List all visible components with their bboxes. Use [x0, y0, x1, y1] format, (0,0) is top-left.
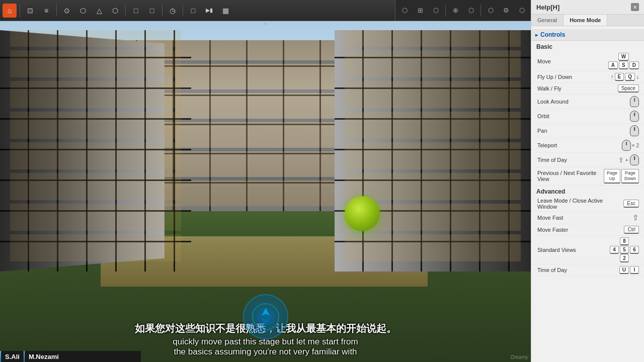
key-ctrl: Ctrl — [624, 226, 639, 234]
right-icon-3[interactable]: ⬡ — [429, 4, 443, 18]
right-icon-5[interactable]: ⬡ — [464, 4, 478, 18]
right-icon-4[interactable]: ⊕ — [448, 4, 462, 18]
left-wall-windows — [10, 30, 181, 261]
key-group-shift: ⇧ — [632, 213, 639, 222]
tab-home-mode[interactable]: Home Mode — [564, 15, 607, 26]
control-label-orbit: Orbit — [537, 113, 630, 119]
help-body: Controls Basic Move W A S D Fly Up / Dow… — [531, 26, 644, 279]
control-row-timeofday-ui: Time of Day U I — [531, 264, 644, 276]
toolbar-sep-3 — [125, 5, 126, 17]
control-label-pan: Pan — [537, 128, 630, 134]
key-u: U — [619, 266, 629, 274]
right-icon-2[interactable]: ⊞ — [413, 4, 427, 18]
control-label-timeofday: Time of Day — [537, 157, 618, 163]
key-group-timeofday: ⇧ + — [618, 154, 639, 165]
key-space: Space — [618, 84, 639, 93]
tool-icon-5[interactable]: △ — [92, 4, 106, 18]
right-sep-1 — [445, 5, 446, 17]
key-w: W — [618, 53, 629, 61]
tool-icon-3[interactable]: ⊙ — [60, 4, 74, 18]
mouse-mid-icon — [630, 111, 639, 122]
key-6: 6 — [630, 246, 639, 254]
toolbar-sep-4 — [162, 5, 163, 17]
key-group-fly: ↑ E Q ↓ — [611, 73, 639, 81]
control-label-fly: Fly Up / Down — [537, 74, 611, 80]
control-row-favview: Previous / Next Favorite View PageUp Pag… — [531, 167, 644, 186]
mouse-scroll-icon — [630, 154, 639, 165]
collapse-chevron[interactable]: ⌃ — [262, 21, 269, 31]
right-icon-1[interactable]: ⬡ — [397, 4, 412, 18]
tool-icon-9[interactable]: ◷ — [166, 4, 180, 18]
mouse-right-icon — [630, 125, 639, 136]
control-label-walkfly: Walk / Fly — [537, 85, 618, 92]
help-tabs: General Home Mode — [531, 15, 644, 26]
tool-icon-6[interactable]: ⬡ — [108, 4, 122, 18]
key-group-orbit — [630, 111, 639, 122]
control-label-look: Look Around — [537, 99, 630, 105]
control-label-stdviews: Standard Views — [537, 247, 610, 253]
key-group-ctrl: Ctrl — [624, 226, 639, 234]
tab-general[interactable]: General — [531, 15, 564, 26]
right-icon-7[interactable]: ⚙ — [499, 4, 513, 18]
tool-icon-12[interactable]: ▦ — [218, 4, 232, 18]
help-close-button[interactable]: ✕ — [631, 3, 639, 11]
key-group-pan — [630, 125, 639, 136]
brand-strip: S.Ali M.Nezami — [0, 351, 141, 362]
right-sep-2 — [480, 5, 481, 17]
key-group-teleport: × 2 — [622, 140, 639, 151]
home-button[interactable]: ⌂ — [3, 4, 17, 18]
toolbar-sep-2 — [56, 5, 57, 17]
page-down-key: PageDown — [621, 169, 639, 184]
brand-name-2: M.Nezami — [25, 353, 63, 360]
toolbar-sep-5 — [183, 5, 183, 17]
arrow-up-icon: ↑ — [611, 73, 614, 80]
tool-icon-7[interactable]: □ — [129, 4, 143, 18]
key-esc: Esc — [623, 200, 639, 208]
control-row-pan: Pan — [531, 124, 644, 138]
right-icon-8[interactable]: ⬡ — [515, 4, 529, 18]
3d-viewport[interactable]: ⌂ ⊡ ≡ ⊙ ⬡ △ ⬡ □ □ ◷ □ ▶▮ ▦ ⌃ 如果您对这些知识不是很… — [0, 0, 531, 362]
right-icon-6[interactable]: ⬡ — [484, 4, 498, 18]
control-label-teleport: Teleport — [537, 142, 622, 148]
brand-name-1: S.Ali — [1, 353, 24, 360]
toolbar-sep-1 — [20, 5, 20, 17]
advanced-subsection-label: Advanced — [531, 186, 644, 196]
control-label-favview: Previous / Next Favorite View — [537, 170, 604, 182]
plus-separator: + — [625, 157, 629, 163]
control-row-fly: Fly Up / Down ↑ E Q ↓ — [531, 71, 644, 83]
key-group-look — [630, 96, 639, 107]
key-group-ui: U I — [619, 266, 639, 274]
control-row-move: Move W A S D — [531, 51, 644, 71]
control-row-timeofday: Time of Day ⇧ + — [531, 153, 644, 167]
dreamy-label: Dreamy — [511, 354, 528, 360]
shift-key-icon: ⇧ — [632, 213, 639, 222]
control-row-stdviews: Standard Views 8 4 5 6 2 — [531, 236, 644, 264]
top-right-toolbar: ⬡ ⊞ ⬡ ⊕ ⬡ ⬡ ⚙ ⬡ — [395, 0, 531, 21]
key-a: A — [608, 61, 618, 69]
key-group-stdviews: 8 4 5 6 2 — [610, 237, 639, 262]
tool-icon-8[interactable]: □ — [145, 4, 159, 18]
tool-icon-11[interactable]: ▶▮ — [202, 4, 216, 18]
shift-icon: ⇧ — [618, 156, 624, 164]
tool-icon-4[interactable]: ⬡ — [76, 4, 90, 18]
control-row-look: Look Around — [531, 95, 644, 109]
control-row-walkfly: Walk / Fly Space — [531, 83, 644, 95]
page-up-key: PageUp — [604, 169, 620, 184]
tool-icon-1[interactable]: ⊡ — [23, 4, 37, 18]
key-5: 5 — [620, 246, 629, 254]
help-panel-title: Help[H] — [536, 4, 559, 11]
key-group-favview: PageUp PageDown — [604, 169, 639, 184]
help-panel-header: Help[H] ✕ — [531, 0, 644, 15]
tool-icon-2[interactable]: ≡ — [39, 4, 53, 18]
control-row-leavemode: Leave Mode / Close Active Window Esc — [531, 196, 644, 212]
control-label-timeofday-ui: Time of Day — [537, 267, 619, 273]
key-d: D — [629, 61, 639, 69]
help-panel: Help[H] ✕ General Home Mode Controls Bas… — [531, 0, 644, 362]
control-label-leavemode: Leave Mode / Close Active Window — [537, 198, 623, 210]
controls-section-header[interactable]: Controls — [531, 29, 644, 41]
tool-icon-10[interactable]: □ — [186, 4, 200, 18]
control-row-movefast: Move Fast ⇧ — [531, 212, 644, 224]
selection-indicator — [345, 196, 380, 231]
key-q: Q — [625, 73, 635, 81]
mouse-dbl-icon — [622, 140, 631, 151]
